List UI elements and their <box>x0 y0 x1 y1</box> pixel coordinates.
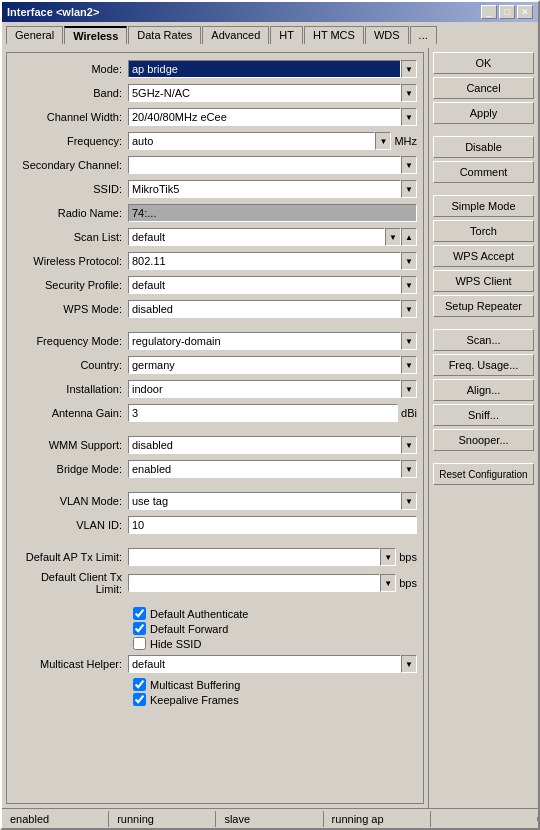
tab-data-rates[interactable]: Data Rates <box>128 26 201 44</box>
mode-field: ▼ <box>128 60 417 78</box>
default-ap-tx-input[interactable] <box>128 548 380 566</box>
security-profile-field: ▼ <box>128 276 417 294</box>
installation-dropdown-arrow[interactable]: ▼ <box>401 380 417 398</box>
wmm-support-dropdown-arrow[interactable]: ▼ <box>401 436 417 454</box>
wps-mode-dropdown-arrow[interactable]: ▼ <box>401 300 417 318</box>
tab-wds[interactable]: WDS <box>365 26 409 44</box>
scan-list-field: ▼ <box>128 228 401 246</box>
antenna-gain-label: Antenna Gain: <box>13 407 128 419</box>
right-panel: OK Cancel Apply Disable Comment Simple M… <box>428 48 538 808</box>
radio-name-row: Radio Name: <box>13 203 417 223</box>
disable-button[interactable]: Disable <box>433 136 534 158</box>
wireless-protocol-dropdown-arrow[interactable]: ▼ <box>401 252 417 270</box>
multicast-buffering-label: Multicast Buffering <box>150 679 240 691</box>
simple-mode-button[interactable]: Simple Mode <box>433 195 534 217</box>
mode-dropdown-arrow[interactable]: ▼ <box>401 60 417 78</box>
frequency-mode-field: ▼ <box>128 332 417 350</box>
wps-mode-input[interactable] <box>128 300 401 318</box>
band-input[interactable] <box>128 84 401 102</box>
installation-field: ▼ <box>128 380 417 398</box>
close-button[interactable]: ✕ <box>517 5 533 19</box>
vlan-mode-dropdown-arrow[interactable]: ▼ <box>401 492 417 510</box>
bridge-mode-input[interactable] <box>128 460 401 478</box>
default-client-tx-input[interactable] <box>128 574 380 592</box>
wmm-support-input[interactable] <box>128 436 401 454</box>
multicast-buffering-row: Multicast Buffering <box>133 678 417 691</box>
channel-width-label: Channel Width: <box>13 111 128 123</box>
installation-input[interactable] <box>128 380 401 398</box>
apply-button[interactable]: Apply <box>433 102 534 124</box>
align-button[interactable]: Align... <box>433 379 534 401</box>
frequency-input[interactable] <box>128 132 375 150</box>
antenna-gain-input[interactable] <box>128 404 398 422</box>
freq-usage-button[interactable]: Freq. Usage... <box>433 354 534 376</box>
minimize-button[interactable]: _ <box>481 5 497 19</box>
multicast-helper-dropdown-arrow[interactable]: ▼ <box>401 655 417 673</box>
form-area: Mode: ▼ Band: ▼ Channel Width: <box>6 52 424 804</box>
maximize-button[interactable]: □ <box>499 5 515 19</box>
default-ap-tx-dropdown-arrow[interactable]: ▼ <box>380 548 396 566</box>
scan-list-extra-arrow[interactable]: ▲ <box>401 228 417 246</box>
country-dropdown-arrow[interactable]: ▼ <box>401 356 417 374</box>
wps-mode-label: WPS Mode: <box>13 303 128 315</box>
multicast-helper-input[interactable] <box>128 655 401 673</box>
hide-ssid-row: Hide SSID <box>133 637 417 650</box>
tab-general[interactable]: General <box>6 26 63 44</box>
vlan-id-input[interactable] <box>128 516 417 534</box>
hide-ssid-checkbox[interactable] <box>133 637 146 650</box>
scan-list-dropdown-arrow[interactable]: ▼ <box>385 228 401 246</box>
snooper-button[interactable]: Snooper... <box>433 429 534 451</box>
reset-config-button[interactable]: Reset Configuration <box>433 463 534 485</box>
sniff-button[interactable]: Sniff... <box>433 404 534 426</box>
ssid-dropdown-arrow[interactable]: ▼ <box>401 180 417 198</box>
default-authenticate-checkbox[interactable] <box>133 607 146 620</box>
security-profile-dropdown-arrow[interactable]: ▼ <box>401 276 417 294</box>
band-dropdown-arrow[interactable]: ▼ <box>401 84 417 102</box>
mode-input[interactable] <box>128 60 401 78</box>
channel-width-input[interactable] <box>128 108 401 126</box>
country-input[interactable] <box>128 356 401 374</box>
default-forward-label: Default Forward <box>150 623 228 635</box>
frequency-dropdown-arrow[interactable]: ▼ <box>375 132 391 150</box>
secondary-channel-input[interactable] <box>128 156 401 174</box>
tab-more[interactable]: ... <box>410 26 437 44</box>
default-client-tx-dropdown-arrow[interactable]: ▼ <box>380 574 396 592</box>
status-bar: enabled running slave running ap <box>2 808 538 828</box>
frequency-mode-dropdown-arrow[interactable]: ▼ <box>401 332 417 350</box>
multicast-buffering-checkbox[interactable] <box>133 678 146 691</box>
radio-name-input[interactable] <box>128 204 417 222</box>
country-row: Country: ▼ <box>13 355 417 375</box>
wps-client-button[interactable]: WPS Client <box>433 270 534 292</box>
default-forward-checkbox[interactable] <box>133 622 146 635</box>
default-ap-tx-label: Default AP Tx Limit: <box>13 551 128 563</box>
frequency-mode-input[interactable] <box>128 332 401 350</box>
keepalive-frames-checkbox[interactable] <box>133 693 146 706</box>
scan-button[interactable]: Scan... <box>433 329 534 351</box>
secondary-channel-dropdown-arrow[interactable]: ▼ <box>401 156 417 174</box>
keepalive-frames-label: Keepalive Frames <box>150 694 239 706</box>
ssid-field: ▼ <box>128 180 417 198</box>
bridge-mode-label: Bridge Mode: <box>13 463 128 475</box>
frequency-field: ▼ <box>128 132 391 150</box>
wps-accept-button[interactable]: WPS Accept <box>433 245 534 267</box>
tab-advanced[interactable]: Advanced <box>202 26 269 44</box>
tab-ht-mcs[interactable]: HT MCS <box>304 26 364 44</box>
country-label: Country: <box>13 359 128 371</box>
tab-ht[interactable]: HT <box>270 26 303 44</box>
frequency-label: Frequency: <box>13 135 128 147</box>
ssid-input[interactable] <box>128 180 401 198</box>
channel-width-dropdown-arrow[interactable]: ▼ <box>401 108 417 126</box>
default-client-tx-field: ▼ <box>128 574 396 592</box>
setup-repeater-button[interactable]: Setup Repeater <box>433 295 534 317</box>
comment-button[interactable]: Comment <box>433 161 534 183</box>
bridge-mode-dropdown-arrow[interactable]: ▼ <box>401 460 417 478</box>
vlan-mode-input[interactable] <box>128 492 401 510</box>
scan-list-input[interactable] <box>128 228 385 246</box>
status-enabled: enabled <box>2 811 109 827</box>
security-profile-input[interactable] <box>128 276 401 294</box>
torch-button[interactable]: Torch <box>433 220 534 242</box>
tab-wireless[interactable]: Wireless <box>64 26 127 44</box>
ok-button[interactable]: OK <box>433 52 534 74</box>
cancel-button[interactable]: Cancel <box>433 77 534 99</box>
wireless-protocol-input[interactable] <box>128 252 401 270</box>
